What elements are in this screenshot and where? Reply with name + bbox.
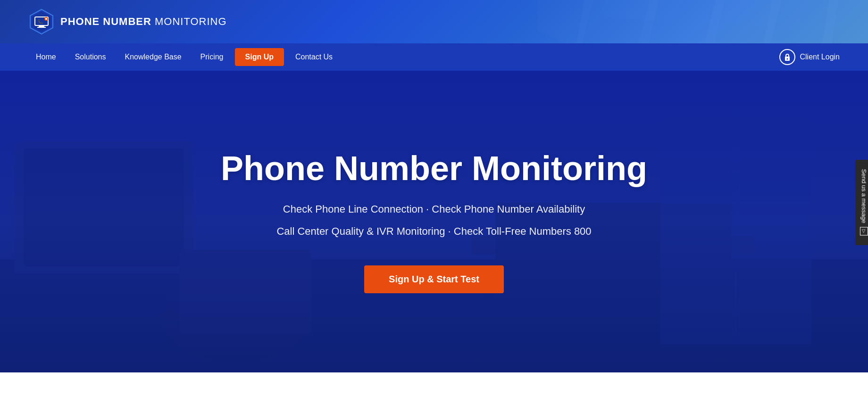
top-header: 📞 PHONE NUMBER MONITORING — [0, 0, 868, 43]
logo-icon: 📞 — [28, 8, 55, 35]
nav-links: Home Solutions Knowledge Base Pricing Si… — [28, 48, 340, 66]
hero-content: Phone Number Monitoring Check Phone Line… — [202, 150, 666, 294]
nav-home[interactable]: Home — [28, 49, 64, 65]
svg-marker-0 — [538, 0, 594, 43]
svg-marker-4 — [762, 0, 840, 43]
arrow-icon: ▷ — [860, 227, 868, 235]
svg-marker-7 — [722, 0, 811, 31]
nav-pricing[interactable]: Pricing — [193, 49, 231, 65]
nav-solutions[interactable]: Solutions — [67, 49, 114, 65]
svg-marker-1 — [576, 0, 660, 43]
client-login-label: Client Login — [800, 53, 840, 61]
hero-subtitle-line2: Call Center Quality & IVR Monitoring · C… — [221, 223, 647, 240]
hero-cta-button[interactable]: Sign Up & Start Test — [364, 265, 504, 293]
svg-point-14 — [45, 18, 47, 20]
svg-marker-3 — [703, 0, 783, 43]
svg-point-17 — [786, 58, 788, 60]
svg-marker-5 — [821, 0, 868, 43]
send-message-label: Send us a message — [860, 169, 868, 223]
hero-section: Phone Number Monitoring Check Phone Line… — [0, 71, 868, 372]
nav-knowledge-base[interactable]: Knowledge Base — [117, 49, 189, 65]
send-message-tab[interactable]: Send us a message ▷ — [855, 159, 868, 245]
logo[interactable]: 📞 PHONE NUMBER MONITORING — [28, 8, 227, 35]
svg-rect-11 — [39, 25, 44, 27]
svg-text:📞: 📞 — [38, 19, 43, 25]
client-login[interactable]: Client Login — [779, 49, 840, 65]
navbar: Home Solutions Knowledge Base Pricing Si… — [0, 43, 868, 71]
svg-rect-20 — [24, 148, 184, 266]
geo-bg — [538, 0, 868, 43]
hero-title: Phone Number Monitoring — [221, 150, 647, 187]
lock-icon — [779, 49, 795, 65]
svg-marker-6 — [599, 0, 689, 22]
nav-contact[interactable]: Contact Us — [288, 49, 340, 65]
svg-marker-2 — [637, 0, 726, 43]
nav-signup[interactable]: Sign Up — [235, 48, 284, 66]
logo-text: PHONE NUMBER MONITORING — [60, 16, 227, 28]
svg-rect-12 — [37, 27, 46, 28]
hero-subtitle-line1: Check Phone Line Connection · Check Phon… — [221, 200, 647, 218]
